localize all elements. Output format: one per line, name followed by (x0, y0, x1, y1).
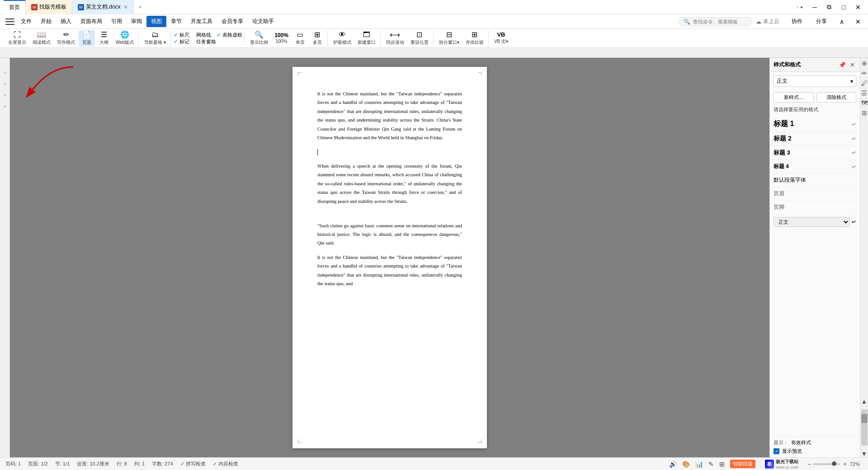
write-mode-btn[interactable]: ✏ 写作模式 (54, 30, 78, 47)
scroll-up-btn[interactable]: ▲ (861, 398, 868, 405)
outline-mode-btn[interactable]: ☰ 大纲 (96, 30, 112, 47)
fullscreen-btn[interactable]: ⛶ 全屏显示 (5, 30, 29, 47)
status-icon-3[interactable]: 📊 (695, 461, 703, 468)
panel-close-icon[interactable]: ✕ (852, 15, 864, 28)
vb-macro-btn[interactable]: VB VB 宏▾ (491, 30, 511, 47)
right-icon-3[interactable]: 🖊 (861, 80, 868, 87)
heading-2-apply[interactable]: ↵ (852, 136, 856, 142)
menu-file[interactable]: 文件 (16, 16, 36, 27)
hamburger-menu[interactable] (4, 15, 16, 28)
style-dropdown[interactable]: 正文 ▾ (774, 75, 856, 87)
zoom-show-btn[interactable]: 🔍 显示比例 (247, 30, 271, 47)
para-cursor[interactable] (317, 148, 462, 156)
annotation-arrow (24, 62, 82, 100)
zoom-in-btn[interactable]: ＋ (842, 460, 848, 468)
status-icon-4[interactable]: ✎ (708, 461, 714, 468)
heading-1-item[interactable]: 标题 1 ↵ (770, 117, 860, 132)
eye-protect-btn[interactable]: 👁 护眼模式 (330, 30, 354, 47)
tablegrid-checkbox-label[interactable]: ✓ 表格虚框 (217, 32, 242, 38)
nav-pane-btn[interactable]: 🗂 导航窗格 ▾ (142, 30, 169, 47)
status-settings: 设置: 10.2厘米 (77, 461, 109, 467)
maximize-button[interactable]: □ (837, 1, 850, 14)
smart-layout-btn[interactable]: 智能排版 (730, 460, 755, 468)
clear-format-button[interactable]: 清除格式 (816, 92, 857, 103)
right-icon-2[interactable]: ✏ (861, 70, 868, 77)
right-icon-6[interactable]: ⊞ (861, 109, 868, 117)
normal-text-select[interactable]: 正文 (774, 217, 850, 227)
scroll-down-btn[interactable]: ▼ (861, 450, 868, 457)
panel-close-btn[interactable]: ✕ (848, 61, 856, 69)
title-tabs: 首页 W 找版壳模板 W 英文文档.docx ✕ ＋ (4, 0, 796, 14)
panel-pin-icon[interactable]: 📌 (838, 61, 846, 69)
sync-scroll-btn[interactable]: ⟷ 同步滚动 (383, 30, 407, 47)
menu-member[interactable]: 会员专享 (217, 16, 248, 27)
status-icon-1[interactable]: 🔊 (669, 461, 677, 468)
status-spell[interactable]: ✓ 拼写检查 (180, 461, 206, 467)
tab-close-icon[interactable]: ✕ (123, 4, 128, 10)
minimize-button[interactable]: ─ (808, 1, 821, 14)
zoom-100-icon: 100% (274, 33, 288, 38)
collab-button[interactable]: 协作 (787, 16, 807, 27)
single-page-btn[interactable]: ▭ 单页 (292, 30, 308, 47)
default-para-item[interactable]: 默认段落字体 (770, 174, 860, 187)
close-button[interactable]: ✕ (852, 1, 864, 14)
show-effective-checkbox[interactable]: ✓ (774, 448, 779, 454)
split-window-icon: ⊟ (446, 31, 452, 38)
zoom-out-btn[interactable]: − (807, 461, 811, 468)
web-mode-btn[interactable]: 🌐 Web版式 (113, 30, 137, 47)
ruler-checkbox-label[interactable]: ✓ 标尺 (174, 32, 189, 38)
document-page[interactable]: It is not the Chinese mainland, but the … (292, 67, 487, 448)
tab-wps-template[interactable]: W 找版壳模板 (26, 0, 72, 14)
tab-home[interactable]: 首页 (4, 0, 26, 14)
scrollbar-thumb[interactable] (861, 414, 868, 423)
page-mode-btn[interactable]: 📄 页面 (79, 30, 95, 47)
status-icon-5[interactable]: ⊞ (719, 461, 725, 468)
search-input[interactable] (693, 19, 747, 24)
read-mode-btn[interactable]: 📖 阅读模式 (30, 30, 53, 47)
right-icon-4[interactable]: ☰ (861, 89, 868, 97)
menu-reference[interactable]: 引用 (107, 16, 127, 27)
doc-area[interactable]: It is not the Chinese mainland, but the … (10, 58, 769, 457)
marks-checkbox-label[interactable]: ✓ 标记 (174, 38, 189, 45)
compare-btn[interactable]: ⊞ 并排比较 (463, 30, 486, 47)
right-icon-5[interactable]: 🗺 (861, 99, 868, 107)
menu-start[interactable]: 开始 (36, 16, 56, 27)
heading-4-apply[interactable]: ↵ (852, 164, 856, 170)
zoom-100-btn[interactable]: 100% 100% (272, 30, 291, 47)
reset-position-btn[interactable]: ⊡ 重设位置 (408, 30, 431, 47)
share-button[interactable]: 分享 (811, 16, 832, 27)
page-header-item[interactable]: 页眉 (770, 187, 860, 201)
panel-expand-icon[interactable]: ∧ (835, 15, 848, 28)
menu-review[interactable]: 审阅 (127, 16, 146, 27)
right-icon-1[interactable]: ⊕ (861, 60, 868, 67)
heading-3-apply[interactable]: ↵ (852, 150, 856, 156)
heading-1-apply[interactable]: ↵ (852, 121, 856, 127)
show-preview-row[interactable]: ✓ 显示预览 (774, 448, 856, 455)
heading-3-item[interactable]: 标题 3 ↵ (770, 146, 860, 160)
status-content[interactable]: ✓ 内容检查 (213, 461, 238, 467)
zoom-slider[interactable] (813, 463, 840, 465)
status-icon-2[interactable]: 🎨 (682, 461, 690, 468)
multi-page-btn[interactable]: ⊞ 多页 (309, 30, 326, 47)
split-window-btn[interactable]: ⊟ 拆分窗口▾ (436, 30, 462, 47)
add-tab-button[interactable]: ＋ (134, 1, 146, 14)
title-bar: 首页 W 找版壳模板 W 英文文档.docx ✕ ＋ ○ ● ─ ⧉ □ ✕ (0, 0, 868, 14)
new-style-button[interactable]: 新样式... (774, 92, 814, 103)
search-box[interactable]: 🔍 (679, 17, 752, 26)
menu-devtools[interactable]: 开发工具 (186, 16, 217, 27)
gridlines-checkbox-label[interactable]: 网格线 (195, 32, 211, 38)
menu-view[interactable]: 视图 (146, 16, 166, 27)
tab-word-doc[interactable]: W 英文文档.docx ✕ (72, 0, 134, 14)
menu-paper[interactable]: 论文助手 (248, 16, 278, 27)
menu-insert[interactable]: 插入 (56, 16, 76, 27)
cloud-button[interactable]: ☁ 未上云 (752, 16, 783, 27)
menu-page-layout[interactable]: 页面布局 (76, 16, 107, 27)
tasks-checkbox-label[interactable]: 任务窗格 (195, 38, 216, 45)
heading-4-item[interactable]: 标题 4 ↵ (770, 160, 860, 174)
restore-button[interactable]: ⧉ (823, 1, 835, 14)
new-window-btn[interactable]: 🗔 新建窗口 (355, 30, 378, 47)
vertical-scrollbar[interactable] (861, 409, 868, 446)
menu-chapter[interactable]: 章节 (166, 16, 186, 27)
heading-2-item[interactable]: 标题 2 ↵ (770, 132, 860, 146)
page-footer-item[interactable]: 页脚 (770, 201, 860, 214)
